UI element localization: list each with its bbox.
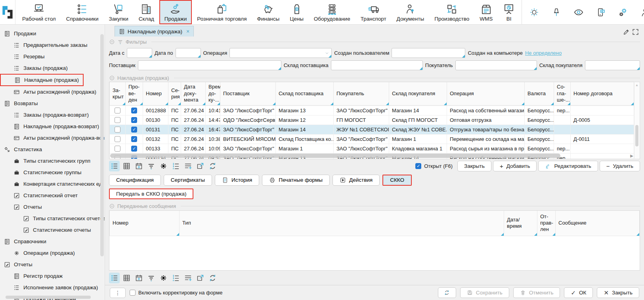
tab-invoices-sales[interactable]: Накладные (продажа) ×: [115, 26, 194, 37]
nav-item-desktop[interactable]: Рабочий стол: [17, 0, 61, 24]
ok-button[interactable]: ✓ОК: [564, 287, 593, 298]
view-button[interactable]: [573, 7, 584, 17]
tab-close-icon[interactable]: ×: [186, 28, 189, 35]
sidebar-item[interactable]: Типы статистических групп: [0, 155, 105, 167]
invoices-vertical-scrollbar[interactable]: ▲: [634, 83, 639, 158]
sidebar-item[interactable]: Заказы (продажа-возврат): [0, 109, 105, 121]
gear-icon[interactable]: [158, 161, 169, 171]
posted-checkbox[interactable]: [131, 146, 137, 152]
edit-form-button[interactable]: [622, 27, 631, 37]
column-header[interactable]: Номер: [110, 211, 180, 236]
closed-checkbox[interactable]: [115, 127, 120, 133]
sidebar-horizontal-scrollbar[interactable]: [6, 296, 98, 299]
column-header[interactable]: Номер: [143, 82, 168, 105]
gear-icon[interactable]: [158, 273, 169, 283]
sidebar-item[interactable]: Статистика: [0, 144, 105, 155]
column-header[interactable]: Дата доку- мента: [181, 82, 206, 105]
column-header[interactable]: Склад поставщика: [276, 82, 334, 105]
open-window-icon[interactable]: [195, 161, 206, 171]
filter-icon[interactable]: [146, 161, 157, 171]
add-row-icon[interactable]: [183, 161, 193, 171]
nav-item-bi[interactable]: BI: [498, 0, 520, 24]
collapse-icon[interactable]: [109, 75, 115, 81]
refresh-icon[interactable]: [207, 273, 218, 283]
buyer-input[interactable]: [456, 61, 537, 70]
sidebar-item[interactable]: Продажи: [0, 28, 105, 39]
column-header[interactable]: Операция: [447, 82, 525, 105]
date-to-input[interactable]: [176, 48, 201, 58]
sidebar-item[interactable]: Исполнение заявок (продажа): [0, 282, 105, 293]
supplier-warehouse-input[interactable]: [331, 61, 422, 70]
edit-button[interactable]: Редактировать: [538, 161, 598, 171]
nav-item-sales[interactable]: Продажи: [159, 0, 192, 24]
column-header[interactable]: Сообщение: [556, 211, 640, 236]
posted-checkbox[interactable]: [131, 127, 137, 133]
pin-button[interactable]: [551, 7, 562, 17]
sidebar-item[interactable]: Акты расхождений (продажа): [0, 86, 105, 98]
column-header[interactable]: Тип: [180, 211, 504, 236]
sidebar-item[interactable]: Статистические группы: [0, 167, 105, 178]
profile-button[interactable]: [640, 7, 644, 17]
nav-item-prices[interactable]: Цены: [285, 0, 309, 24]
column-header[interactable]: Со- гла- ше-...: [554, 82, 571, 105]
nav-item-cart[interactable]: Закупки: [104, 0, 134, 24]
column-header[interactable]: Се- рия: [168, 82, 181, 105]
closed-checkbox[interactable]: [115, 136, 120, 142]
sidebar-item[interactable]: Акты расхождений (продажа-возв: [0, 132, 105, 144]
sidebar-vertical-scrollbar[interactable]: [100, 34, 104, 288]
created-on-link[interactable]: Не определено: [525, 50, 562, 56]
open-window-icon[interactable]: [195, 273, 206, 283]
posted-checkbox[interactable]: [131, 136, 137, 142]
sidebar-item[interactable]: Справочники: [0, 236, 105, 247]
sidebar-item[interactable]: Типы статистических отчетов: [0, 213, 105, 224]
detail-tab[interactable]: История: [215, 175, 259, 186]
scroll-right-icon[interactable]: ▶: [630, 154, 633, 158]
add-button[interactable]: +Добавить: [493, 161, 537, 171]
table-row[interactable]: 0012888 ПС 27.06.24 10:41 ЗАО "ЛюксСофтТ…: [110, 106, 634, 115]
nav-item-production[interactable]: Производство: [429, 0, 474, 24]
sidebar-item[interactable]: Операции (продажа): [0, 247, 105, 259]
sidebar-item[interactable]: Статистический отчет: [0, 190, 105, 201]
closed-checkbox[interactable]: [115, 108, 120, 113]
detail-tab[interactable]: СККО: [382, 175, 412, 186]
settings-button[interactable]: [618, 7, 628, 17]
calendar-icon[interactable]: [134, 161, 144, 171]
collapse-icon[interactable]: [109, 39, 115, 45]
column-header[interactable]: Склад покупателя: [389, 82, 447, 105]
grid-icon[interactable]: [121, 161, 132, 171]
nav-item-catalog[interactable]: Справочники: [61, 0, 104, 24]
nav-item-transport[interactable]: Транспорт: [355, 0, 392, 24]
filter-icon[interactable]: [146, 273, 157, 283]
detail-tab[interactable]: Действия: [333, 175, 380, 186]
created-by-input[interactable]: [392, 48, 465, 58]
table-row[interactable]: 00130 ПС 27.06.24 14:47 ОДО "ЛюксСофтСер…: [110, 115, 634, 125]
buyer-warehouse-input[interactable]: [585, 61, 640, 70]
column-header[interactable]: От- прав- лен: [537, 211, 556, 236]
refresh-icon[interactable]: [207, 161, 218, 171]
collapse-icon[interactable]: [109, 203, 115, 209]
detail-tab[interactable]: Печатные формы: [262, 175, 330, 186]
detail-tab[interactable]: Сертификаты: [164, 175, 212, 186]
transfer-to-skko-button[interactable]: Передать в СККО (продажа): [109, 188, 193, 199]
rows-icon[interactable]: [109, 273, 120, 283]
grid-icon[interactable]: [121, 273, 132, 283]
posted-checkbox[interactable]: [131, 117, 137, 123]
save-button[interactable]: Сохранить: [460, 287, 509, 298]
table-row[interactable]: 00133 ПС 27.06.24 10:09 ЗАО "ЛюксСофтТор…: [110, 144, 634, 153]
closed-checkbox[interactable]: [115, 117, 120, 123]
sidebar-item[interactable]: Возвраты: [0, 98, 105, 109]
sidebar-item[interactable]: Накладные (продажа-возврат): [0, 121, 105, 132]
column-header[interactable]: Про- ве- ден: [126, 82, 143, 105]
numbered-icon[interactable]: [170, 273, 181, 283]
rows-icon[interactable]: [109, 161, 120, 171]
chevron-down-icon[interactable]: [325, 51, 329, 56]
refresh-button[interactable]: [438, 287, 456, 298]
column-header[interactable]: Поставщик: [220, 82, 276, 105]
nav-item-finance[interactable]: Финансы: [252, 0, 285, 24]
form-menu-button[interactable]: ⋮: [110, 288, 126, 298]
open-f6-checkbox-row[interactable]: Открыт (F6): [415, 163, 453, 169]
numbered-icon[interactable]: [170, 161, 181, 171]
theme-button[interactable]: [529, 7, 539, 17]
column-header[interactable]: За- крыт: [110, 82, 126, 105]
column-header[interactable]: Врем до- ку-...: [206, 82, 220, 105]
